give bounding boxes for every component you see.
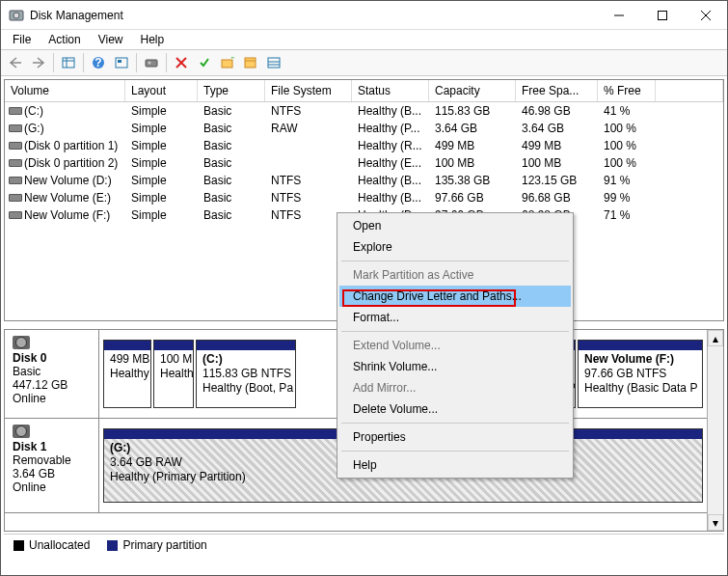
list-view-icon[interactable]: [263, 52, 284, 73]
disk0-type: Basic: [13, 365, 40, 378]
settings-icon[interactable]: [111, 52, 132, 73]
cell: Healthy (E...: [352, 154, 429, 172]
cell: 115.83 GB: [429, 102, 516, 120]
view-list-icon[interactable]: [58, 52, 79, 73]
cell: Simple: [125, 137, 198, 154]
cell: Simple: [125, 189, 198, 206]
cell: (Disk 0 partition 2): [5, 154, 125, 172]
cell: (Disk 0 partition 1): [5, 137, 125, 154]
cell: 499 MB: [429, 137, 516, 154]
ctx-extend: Extend Volume...: [339, 335, 571, 356]
grid-body: (C:)SimpleBasicNTFSHealthy (B...115.83 G…: [5, 102, 723, 224]
help-icon[interactable]: ?: [88, 52, 109, 73]
col-free[interactable]: Free Spa...: [516, 80, 598, 101]
svg-rect-21: [268, 58, 280, 68]
cell: 99 %: [598, 189, 656, 206]
ctx-mirror: Add Mirror...: [339, 377, 571, 398]
volume-icon: [11, 162, 20, 165]
col-layout[interactable]: Layout: [125, 80, 198, 101]
cell: 100 %: [598, 120, 656, 137]
legend-unallocated: Unallocated: [13, 538, 90, 552]
ctx-format[interactable]: Format...: [339, 307, 571, 328]
cell: 71 %: [598, 206, 656, 224]
scroll-up-icon[interactable]: ▴: [708, 330, 723, 346]
titlebar: Disk Management: [1, 1, 727, 30]
properties-icon[interactable]: [240, 52, 261, 73]
svg-text:?: ?: [94, 56, 101, 69]
col-fs[interactable]: File System: [265, 80, 352, 101]
cell: 3.64 GB: [516, 120, 598, 137]
cell: 46.98 GB: [516, 102, 598, 120]
table-row[interactable]: New Volume (E:)SimpleBasicNTFSHealthy (B…: [5, 189, 723, 206]
col-type[interactable]: Type: [198, 80, 265, 101]
ctx-change-letter[interactable]: Change Drive Letter and Paths...: [339, 286, 571, 307]
legend: Unallocated Primary partition: [4, 534, 724, 555]
context-menu: Open Explore Mark Partition as Active Ch…: [337, 212, 574, 479]
svg-rect-13: [146, 60, 157, 67]
maximize-button[interactable]: [640, 1, 684, 29]
table-row[interactable]: (C:)SimpleBasicNTFSHealthy (B...115.83 G…: [5, 102, 723, 120]
cell: RAW: [265, 120, 352, 137]
cell: 41 %: [598, 102, 656, 120]
disk0-info[interactable]: Disk 0 Basic 447.12 GB Online: [5, 330, 99, 418]
partition-box[interactable]: 499 MBHealthy (R: [103, 340, 151, 408]
table-row[interactable]: (Disk 0 partition 1)SimpleBasicHealthy (…: [5, 137, 723, 154]
col-capacity[interactable]: Capacity: [429, 80, 516, 101]
cell: Basic: [198, 172, 265, 189]
partition-box[interactable]: New Volume (F:)97.66 GB NTFSHealthy (Bas…: [578, 340, 703, 408]
cell: [265, 154, 352, 172]
disk1-type: Removable: [13, 453, 71, 467]
cell: [265, 137, 352, 154]
cell: Healthy (R...: [352, 137, 429, 154]
menu-help[interactable]: Help: [133, 31, 173, 48]
table-row[interactable]: New Volume (D:)SimpleBasicNTFSHealthy (B…: [5, 172, 723, 189]
col-pct[interactable]: % Free: [598, 80, 656, 101]
legend-primary: Primary partition: [107, 538, 206, 552]
table-row[interactable]: (G:)SimpleBasicRAWHealthy (P...3.64 GB3.…: [5, 120, 723, 137]
col-status[interactable]: Status: [352, 80, 429, 101]
minimize-button[interactable]: [597, 1, 640, 29]
disk1-info[interactable]: Disk 1 Removable 3.64 GB Online: [5, 419, 99, 512]
disk1-size: 3.64 GB: [13, 467, 55, 480]
ctx-shrink[interactable]: Shrink Volume...: [339, 356, 571, 377]
volume-icon: [11, 110, 20, 113]
scroll-down-icon[interactable]: ▾: [708, 514, 723, 531]
refresh-icon[interactable]: [141, 52, 162, 73]
cell: 100 MB: [429, 154, 516, 172]
check-icon[interactable]: [194, 52, 215, 73]
menu-action[interactable]: Action: [40, 31, 88, 48]
new-folder-icon[interactable]: *: [217, 52, 238, 73]
ctx-help[interactable]: Help: [339, 454, 571, 476]
ctx-explore[interactable]: Explore: [339, 236, 571, 258]
partition-box[interactable]: (C:)115.83 GB NTFSHealthy (Boot, Pa: [196, 340, 296, 408]
cell: New Volume (E:): [5, 189, 125, 206]
table-row[interactable]: (Disk 0 partition 2)SimpleBasicHealthy (…: [5, 154, 723, 172]
col-volume[interactable]: Volume: [5, 80, 125, 101]
cell: Basic: [198, 154, 265, 172]
disk1-label: Disk 1: [13, 440, 46, 453]
back-button[interactable]: [5, 52, 26, 73]
ctx-open[interactable]: Open: [339, 215, 571, 236]
cell: (C:): [5, 102, 125, 120]
menu-view[interactable]: View: [91, 31, 131, 48]
close-button[interactable]: [684, 1, 727, 29]
svg-rect-6: [63, 58, 74, 68]
menu-file[interactable]: File: [5, 31, 39, 48]
partition-box[interactable]: 100 MIHealth: [153, 340, 194, 408]
ctx-delete[interactable]: Delete Volume...: [339, 398, 571, 420]
disk-scrollbar[interactable]: ▴ ▾: [707, 330, 723, 531]
disk-icon: [13, 336, 30, 349]
cell: NTFS: [265, 172, 352, 189]
cell: New Volume (F:): [5, 206, 125, 224]
cell: Healthy (P...: [352, 120, 429, 137]
svg-point-14: [148, 62, 151, 65]
cell: 123.15 GB: [516, 172, 598, 189]
svg-rect-12: [118, 60, 121, 63]
disk0-state: Online: [13, 392, 46, 405]
ctx-properties[interactable]: Properties: [339, 426, 571, 448]
delete-icon[interactable]: [171, 52, 192, 73]
forward-button[interactable]: [28, 52, 49, 73]
col-spacer: [656, 80, 723, 101]
svg-rect-19: [245, 58, 256, 68]
disk0-size: 447.12 GB: [13, 378, 67, 392]
